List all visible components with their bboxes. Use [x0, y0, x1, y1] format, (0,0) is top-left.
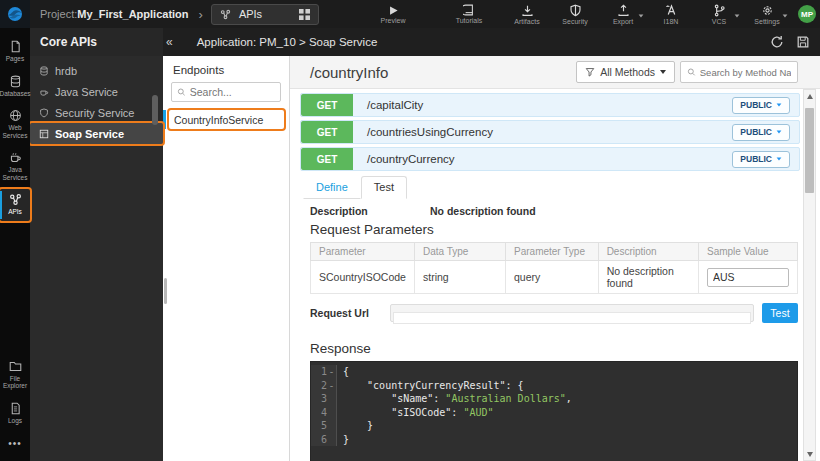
core-apis-title: Core APIs	[30, 28, 163, 56]
book-icon	[463, 4, 475, 16]
core-api-label: Security Service	[55, 107, 134, 119]
sidebar-item-web-services[interactable]: Web Services	[0, 105, 30, 144]
response-title: Response	[310, 341, 798, 356]
i18n-button[interactable]: I18N	[648, 4, 694, 25]
sidebar-item-file-explorer[interactable]: File Explorer	[0, 356, 30, 395]
endpoint-item-countryinfoservice[interactable]: CountryInfoService	[163, 110, 289, 129]
sidebar-item-databases[interactable]: Databases	[0, 71, 30, 103]
artifacts-button[interactable]: Artifacts	[504, 4, 550, 25]
database-icon	[39, 66, 49, 76]
application-bar: « Application: PM_10 > Soap Service	[163, 28, 820, 56]
methods-filter-dropdown[interactable]: All Methods	[576, 61, 675, 83]
resource-title: /countryInfo	[310, 64, 388, 81]
scroll-down-icon	[807, 452, 813, 457]
user-avatar[interactable]: MP	[798, 5, 816, 23]
core-api-item-soap-service[interactable]: Soap Service	[30, 123, 163, 144]
page-icon	[9, 40, 22, 53]
core-panel-scrollbar-thumb[interactable]	[152, 95, 158, 125]
vcs-button[interactable]: VCS	[696, 4, 742, 25]
wavemaker-logo[interactable]	[0, 0, 30, 28]
endpoints-title: Endpoints	[163, 56, 289, 82]
request-url-row: Request Url Test	[310, 303, 798, 323]
rail-bottom-group: File Explorer Logs •••	[0, 356, 30, 461]
core-api-item-java-service[interactable]: Java Service	[30, 81, 163, 102]
topbar-right-actions: Artifacts Security Export I18N	[504, 4, 820, 25]
request-parameters-table: Parameter Data Type Parameter Type Descr…	[310, 242, 798, 294]
scroll-down-button[interactable]	[804, 448, 815, 460]
method-row-countrycurrency[interactable]: GET /countryCurrency PUBLIC	[300, 147, 800, 171]
core-api-item-hrdb[interactable]: hrdb	[30, 60, 163, 81]
vcs-caret-icon	[735, 14, 740, 17]
panel-resize-grip[interactable]	[164, 278, 167, 304]
scroll-up-button[interactable]	[804, 90, 815, 102]
more-icon[interactable]: •••	[8, 432, 22, 455]
access-dropdown[interactable]: PUBLIC	[732, 124, 790, 141]
sidebar-item-apis[interactable]: APIs	[0, 189, 30, 221]
tab-test[interactable]: Test	[361, 176, 407, 199]
sidebar-item-java-services[interactable]: Java Services	[0, 147, 30, 186]
tutorials-label: Tutorials	[456, 17, 483, 24]
access-dropdown[interactable]: PUBLIC	[732, 151, 790, 168]
core-api-item-security-service[interactable]: Security Service	[30, 102, 163, 123]
soap-icon	[39, 129, 49, 139]
refresh-icon[interactable]	[770, 35, 784, 49]
test-button[interactable]: Test	[762, 303, 798, 323]
search-icon	[177, 87, 186, 97]
sidebar-item-pages[interactable]: Pages	[0, 36, 30, 68]
methods-list: GET /capitalCity PUBLIC GET /countriesUs…	[290, 89, 820, 171]
method-row-capitalcity[interactable]: GET /capitalCity PUBLIC	[300, 93, 800, 117]
collapse-panel-icon[interactable]: «	[163, 35, 179, 49]
rail-label: Databases	[0, 90, 31, 98]
security-label: Security	[562, 18, 587, 25]
tab-define[interactable]: Define	[303, 176, 361, 199]
access-label: PUBLIC	[740, 154, 772, 164]
settings-button[interactable]: Settings	[744, 4, 790, 25]
branch-icon	[713, 4, 726, 17]
search-icon	[687, 67, 696, 77]
scroll-up-icon	[807, 94, 813, 99]
http-verb-badge: GET	[301, 121, 353, 143]
sample-value-input[interactable]	[707, 268, 789, 287]
method-search-input[interactable]	[700, 67, 791, 78]
code-line: 4 "sISOCode": "AUD"	[311, 406, 797, 420]
security-button[interactable]: Security	[552, 4, 598, 25]
rail-label: File Explorer	[0, 375, 30, 390]
response-code-editor[interactable]: 1-{ 2- "countryCurrencyResult": { 3 "sNa…	[310, 361, 798, 461]
application-bar-actions	[770, 35, 820, 49]
fold-marker[interactable]: -	[327, 379, 337, 393]
code-token: {	[343, 365, 349, 379]
breadcrumb-chevron-icon: ›	[199, 7, 203, 22]
apis-workspace-tab[interactable]: APIs	[211, 4, 319, 25]
core-api-label: Soap Service	[55, 128, 124, 140]
method-path: /countriesUsingCurrency	[353, 121, 732, 143]
method-row-countriesusingcurrency[interactable]: GET /countriesUsingCurrency PUBLIC	[300, 120, 800, 144]
project-label: Project:	[40, 8, 77, 20]
code-line: 1-{	[311, 365, 797, 379]
project-breadcrumb[interactable]: Project:My_First_Application	[40, 8, 189, 20]
preview-label: Preview	[381, 17, 406, 24]
preview-button[interactable]: Preview	[370, 4, 416, 24]
fold-marker[interactable]: -	[327, 365, 337, 379]
grid-icon[interactable]	[299, 9, 310, 20]
shield-icon	[39, 108, 49, 118]
rail-label: Logs	[8, 417, 22, 425]
left-icon-rail: Pages Databases Web Services Java Servic…	[0, 28, 30, 461]
code-line: 5 }	[311, 419, 797, 433]
fold-marker	[327, 433, 337, 447]
request-url-input[interactable]	[393, 312, 751, 324]
access-dropdown[interactable]: PUBLIC	[732, 97, 790, 114]
line-number: 4	[311, 406, 327, 420]
shield-icon	[569, 4, 582, 17]
export-caret-icon	[639, 14, 644, 17]
code-token: "sISOCode":	[343, 406, 463, 420]
export-button[interactable]: Export	[600, 4, 646, 25]
sidebar-item-logs[interactable]: Logs	[0, 398, 30, 430]
main-scrollbar[interactable]	[803, 89, 816, 461]
scrollbar-thumb[interactable]	[805, 108, 814, 193]
column-header-parameter-type: Parameter Type	[506, 243, 599, 261]
endpoints-search-input[interactable]	[190, 86, 275, 98]
save-icon[interactable]	[796, 35, 810, 49]
access-label: PUBLIC	[740, 127, 772, 137]
resource-header-controls: All Methods	[576, 61, 798, 83]
tutorials-button[interactable]: Tutorials	[446, 4, 492, 24]
